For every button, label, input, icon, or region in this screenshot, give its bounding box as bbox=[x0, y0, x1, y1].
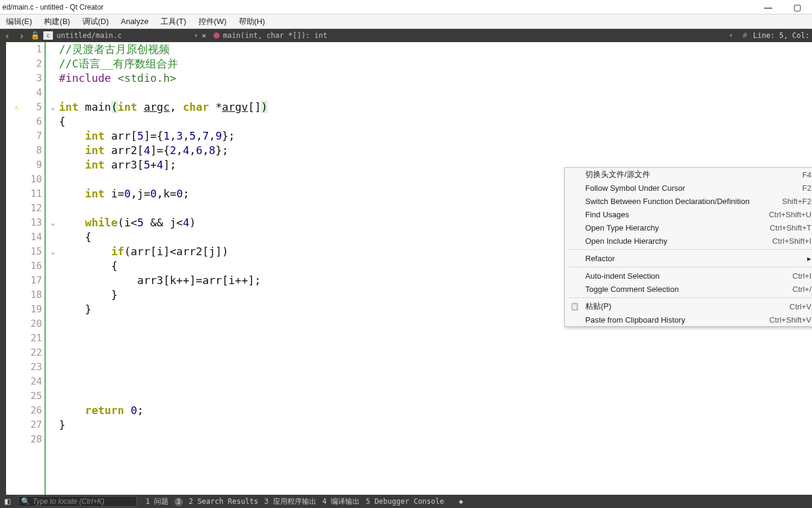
context-menu-item[interactable]: Switch Between Function Declaration/Defi… bbox=[565, 194, 812, 208]
context-menu-label: Open Type Hierarchy bbox=[585, 223, 770, 232]
tab-compile-output[interactable]: 4 编译输出 bbox=[322, 497, 360, 507]
tab-search-results[interactable]: 2 Search Results bbox=[189, 497, 259, 506]
minimize-button[interactable]: — bbox=[759, 2, 777, 12]
context-menu-item[interactable]: Find UsagesCtrl+Shift+U bbox=[565, 208, 812, 221]
tab-issues[interactable]: 1 问题 3 bbox=[146, 497, 183, 507]
context-menu-label: Auto-indent Selection bbox=[585, 271, 793, 280]
maximize-button[interactable]: ▢ bbox=[788, 2, 806, 12]
line-number[interactable]: 6 bbox=[6, 114, 45, 129]
left-rail bbox=[0, 42, 6, 495]
line-number[interactable]: 3 bbox=[6, 71, 45, 85]
line-number[interactable]: 13 bbox=[6, 215, 45, 230]
fold-border bbox=[45, 42, 46, 495]
search-icon: 🔍 bbox=[21, 497, 30, 506]
line-number[interactable]: 23 bbox=[6, 360, 45, 374]
menu-build[interactable]: 构建(B) bbox=[42, 15, 72, 28]
column-marker-icon[interactable]: # bbox=[743, 31, 747, 40]
toggle-sidebar-button[interactable]: ◧ bbox=[0, 495, 14, 508]
context-menu-item[interactable]: Follow Symbol Under CursorF2 bbox=[565, 181, 812, 194]
chevron-down-icon[interactable]: ▾ bbox=[194, 31, 198, 40]
line-number[interactable]: 20 bbox=[6, 317, 45, 331]
menu-widgets[interactable]: 控件(W) bbox=[196, 15, 229, 28]
line-number[interactable]: 10 bbox=[6, 172, 45, 187]
submenu-arrow-icon: ▸ bbox=[807, 254, 811, 263]
menu-help[interactable]: 帮助(H) bbox=[236, 15, 268, 28]
context-menu-shortcut: Ctrl+/ bbox=[793, 285, 811, 294]
lock-icon[interactable]: 🔓 bbox=[29, 29, 41, 42]
code-line[interactable]: int arr[5]={1,3,5,7,9}; bbox=[59, 129, 812, 143]
line-number[interactable]: 17 bbox=[6, 273, 45, 288]
locator-input[interactable]: 🔍 Type to locate (Ctrl+K) bbox=[18, 496, 137, 507]
nav-forward-button[interactable]: › bbox=[14, 29, 29, 42]
context-menu-shortcut: F4 bbox=[802, 170, 811, 179]
line-number[interactable]: 8 bbox=[6, 143, 45, 158]
code-line[interactable] bbox=[59, 331, 812, 345]
line-number[interactable]: 24 bbox=[6, 374, 45, 389]
code-line[interactable]: } bbox=[59, 418, 812, 432]
code-line[interactable] bbox=[59, 389, 812, 403]
fold-toggle-icon[interactable]: ⌄ bbox=[48, 100, 58, 114]
code-line[interactable] bbox=[59, 345, 812, 360]
context-menu-item[interactable]: Paste from Clipboard HistoryCtrl+Shift+V bbox=[565, 313, 812, 326]
path-toolbar: ‹ › 🔓 c untitled/main.c ▾ ✕ main(int, ch… bbox=[0, 29, 812, 42]
line-number[interactable]: 26 bbox=[6, 403, 45, 418]
menu-edit[interactable]: 编辑(E) bbox=[4, 15, 34, 28]
editor-body: 1234567891011121314151617181920212223242… bbox=[0, 42, 812, 495]
tab-debugger-console[interactable]: 5 Debugger Console bbox=[366, 497, 444, 506]
tab-app-output[interactable]: 3 应用程序输出 bbox=[264, 497, 316, 507]
code-line[interactable]: //灵渡者古月原创视频 bbox=[59, 42, 812, 57]
line-number[interactable]: 2 bbox=[6, 57, 45, 71]
code-line[interactable]: return 0; bbox=[59, 403, 812, 418]
line-number[interactable]: 27 bbox=[6, 418, 45, 432]
context-menu-item[interactable]: Refactor▸ bbox=[565, 252, 812, 265]
nav-back-button[interactable]: ‹ bbox=[0, 29, 14, 42]
code-line[interactable] bbox=[59, 360, 812, 374]
code-line[interactable]: //C语言__有序数组合并 bbox=[59, 57, 812, 71]
line-number[interactable]: 16 bbox=[6, 259, 45, 273]
line-number[interactable]: 28 bbox=[6, 432, 45, 447]
line-number[interactable]: 11 bbox=[6, 187, 45, 201]
code-line[interactable]: int arr2[4]={2,4,6,8}; bbox=[59, 143, 812, 158]
line-number[interactable]: 7 bbox=[6, 129, 45, 143]
context-menu-item[interactable]: Toggle Comment SelectionCtrl+/ bbox=[565, 282, 812, 296]
file-path[interactable]: untitled/main.c bbox=[57, 31, 121, 40]
context-menu-item[interactable]: Open Include HierarchyCtrl+Shift+I bbox=[565, 234, 812, 247]
code-line[interactable]: #include <stdio.h> bbox=[59, 71, 812, 85]
line-number[interactable]: 1 bbox=[6, 42, 45, 57]
line-number[interactable]: 9 bbox=[6, 158, 45, 172]
fold-toggle-icon[interactable]: ⌄ bbox=[48, 244, 58, 259]
function-signature[interactable]: main(int, char *[]): int bbox=[223, 31, 327, 40]
close-file-icon[interactable]: ✕ bbox=[202, 31, 206, 40]
menu-tools[interactable]: 工具(T) bbox=[158, 15, 189, 28]
tabs-expand-icon[interactable]: ◆ bbox=[450, 497, 463, 506]
menu-debug[interactable]: 调试(D) bbox=[80, 15, 111, 28]
context-menu-item[interactable]: 切换头文件/源文件F4 bbox=[565, 168, 812, 181]
context-menu-item[interactable]: 📋粘贴(P)Ctrl+V bbox=[565, 300, 812, 313]
context-menu-label: 粘贴(P) bbox=[585, 301, 790, 312]
line-number[interactable]: 25 bbox=[6, 389, 45, 403]
line-number[interactable]: 22 bbox=[6, 345, 45, 360]
code-line[interactable] bbox=[59, 374, 812, 389]
line-number[interactable]: 14 bbox=[6, 230, 45, 244]
code-line[interactable] bbox=[59, 85, 812, 100]
line-number[interactable]: 5 bbox=[6, 100, 45, 114]
code-line[interactable]: int main(int argc, char *argv[]) bbox=[59, 100, 812, 114]
line-number-gutter[interactable]: 1234567891011121314151617181920212223242… bbox=[6, 42, 45, 495]
code-line[interactable]: { bbox=[59, 114, 812, 129]
context-menu-item[interactable]: Open Type HierarchyCtrl+Shift+T bbox=[565, 221, 812, 234]
chevron-down-icon[interactable]: ▾ bbox=[729, 31, 733, 40]
menu-analyze[interactable]: Analyze bbox=[118, 16, 151, 27]
line-number[interactable]: 18 bbox=[6, 288, 45, 302]
line-number[interactable]: 12 bbox=[6, 201, 45, 215]
code-editor[interactable]: 1234567891011121314151617181920212223242… bbox=[6, 42, 812, 495]
line-number[interactable]: 19 bbox=[6, 302, 45, 317]
context-menu-item[interactable]: Auto-indent SelectionCtrl+I bbox=[565, 269, 812, 282]
line-number[interactable]: 21 bbox=[6, 331, 45, 345]
line-number[interactable]: 4 bbox=[6, 85, 45, 100]
context-menu-label: Refactor bbox=[585, 254, 811, 263]
context-menu-shortcut: F2 bbox=[802, 184, 811, 193]
code-line[interactable] bbox=[59, 432, 812, 447]
line-number[interactable]: 15 bbox=[6, 244, 45, 259]
context-menu-separator bbox=[568, 297, 812, 298]
fold-toggle-icon[interactable]: ⌄ bbox=[48, 215, 58, 230]
